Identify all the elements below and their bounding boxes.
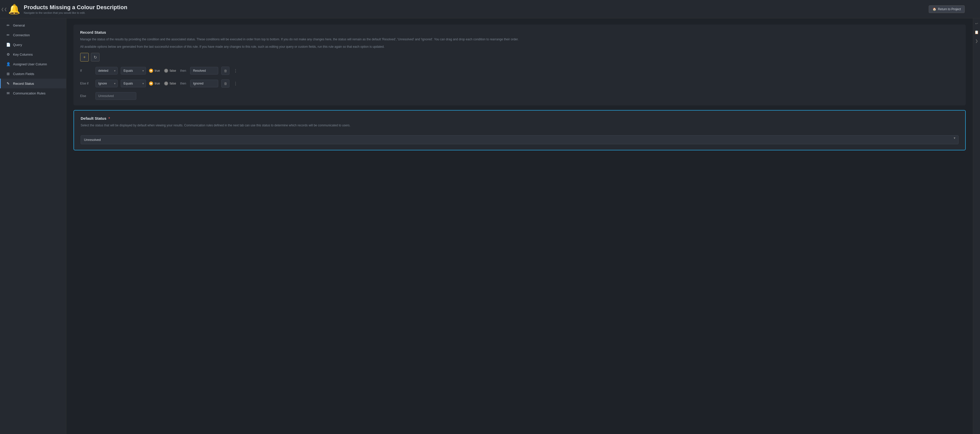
field-select-else-if[interactable]: Ignore deleted status category: [95, 80, 118, 87]
add-condition-button[interactable]: +: [80, 53, 89, 62]
else-row: Else: [80, 92, 959, 100]
false-radio-dot-if: [164, 69, 168, 73]
true-radio-if[interactable]: true: [149, 69, 160, 73]
condition-row-else-if: Else if Ignore deleted status category E…: [80, 80, 959, 88]
more-options-else-if-button[interactable]: ⋮: [232, 80, 239, 88]
default-status-select[interactable]: Unresolved Resolved Ignored: [81, 135, 959, 144]
sidebar-item-connection[interactable]: ✏ Connection: [0, 30, 66, 40]
operator-select-wrapper-else-if: Equals Not Equals Contains: [121, 80, 146, 87]
delete-condition-if-button[interactable]: 🗑: [221, 67, 229, 75]
operator-select-else-if[interactable]: Equals Not Equals Contains: [121, 80, 146, 87]
connection-icon: ✏: [6, 33, 11, 37]
notification-bell-icon: 🔔: [8, 4, 20, 14]
condition-toolbar: + ↻: [80, 53, 959, 62]
general-icon: ✏: [6, 23, 11, 27]
false-radio-label-else-if: false: [170, 82, 176, 85]
operator-select-if[interactable]: Equals Not Equals Contains: [121, 67, 146, 75]
key-columns-icon: ⚙: [6, 52, 11, 56]
assigned-user-icon: 👤: [6, 62, 11, 66]
true-radio-label-if: true: [155, 69, 160, 72]
else-label: Else: [80, 94, 92, 98]
then-label-if: then: [180, 69, 186, 72]
field-select-wrapper-else-if: Ignore deleted status category: [95, 80, 118, 87]
default-status-title: Default Status *: [81, 116, 959, 121]
true-radio-dot-if: [149, 69, 153, 73]
collapse-sidebar-icon[interactable]: ❮❮: [1, 7, 7, 11]
condition-type-if: If: [80, 69, 92, 72]
content-area: Record Status Manage the status of the r…: [66, 18, 973, 434]
refresh-conditions-button[interactable]: ↻: [91, 53, 100, 62]
else-value-input: [95, 92, 136, 100]
right-edge-panel: ↩ 📋 ❯: [973, 18, 980, 434]
sidebar-item-assigned-user-column[interactable]: 👤 Assigned User Column: [0, 59, 66, 69]
sidebar-item-communication-rules[interactable]: ✉ Communication Rules: [0, 88, 66, 98]
return-icon: 🏠: [932, 7, 936, 11]
query-icon: 📄: [6, 43, 11, 47]
return-to-project-button[interactable]: 🏠 Return to Project: [929, 5, 965, 13]
page-subtitle: Navigate to the section that you would l…: [24, 11, 127, 14]
communication-rules-icon: ✉: [6, 91, 11, 95]
condition-type-else-if: Else if: [80, 82, 92, 85]
false-radio-if[interactable]: false: [164, 69, 176, 73]
more-options-if-button[interactable]: ⋮: [232, 67, 239, 75]
page-title: Products Missing a Colour Description: [24, 4, 127, 11]
delete-condition-else-if-button[interactable]: 🗑: [221, 80, 229, 88]
chevron-right-icon[interactable]: ❯: [974, 38, 979, 44]
field-select-wrapper-if: deleted Ignore status category: [95, 67, 118, 75]
true-radio-else-if[interactable]: true: [149, 81, 160, 86]
operator-select-wrapper-if: Equals Not Equals Contains: [121, 67, 146, 75]
record-status-card: Record Status Manage the status of the r…: [73, 24, 966, 105]
default-status-card: Default Status * Select the status that …: [73, 110, 966, 150]
sidebar: ✏ General ✏ Connection 📄 Query ⚙ Key Col…: [0, 18, 66, 434]
condition-row-if: If deleted Ignore status category Equals…: [80, 67, 959, 75]
true-radio-label-else-if: true: [155, 82, 160, 85]
field-select-if[interactable]: deleted Ignore status category: [95, 67, 118, 75]
sidebar-item-key-columns[interactable]: ⚙ Key Columns: [0, 49, 66, 59]
record-status-desc2: All available options below are generate…: [80, 45, 959, 49]
default-status-select-wrapper: Unresolved Resolved Ignored: [81, 132, 959, 144]
value-radio-group-else-if: true false: [149, 81, 176, 86]
record-status-desc1: Manage the status of the results by prov…: [80, 37, 959, 42]
sidebar-item-custom-fields[interactable]: ⊞ Custom Fields: [0, 69, 66, 79]
note-icon[interactable]: 📋: [974, 29, 980, 35]
record-status-title: Record Status: [80, 30, 959, 35]
true-radio-dot-else-if: [149, 81, 153, 86]
result-input-else-if[interactable]: [190, 80, 218, 87]
sidebar-item-record-status[interactable]: ✎ Record Status: [0, 79, 66, 88]
default-status-desc: Select the status that will be displayed…: [81, 123, 959, 128]
custom-fields-icon: ⊞: [6, 72, 11, 76]
then-label-else-if: then: [180, 82, 186, 85]
false-radio-label-if: false: [170, 69, 176, 72]
record-status-icon: ✎: [6, 81, 11, 86]
false-radio-dot-else-if: [164, 81, 168, 86]
top-bar: ❮❮ 🔔 Products Missing a Colour Descripti…: [0, 0, 980, 18]
false-radio-else-if[interactable]: false: [164, 81, 176, 86]
sidebar-item-query[interactable]: 📄 Query: [0, 40, 66, 49]
back-arrow-icon[interactable]: ↩: [974, 21, 979, 27]
value-radio-group-if: true false: [149, 69, 176, 73]
sidebar-item-general[interactable]: ✏ General: [0, 21, 66, 30]
required-indicator: *: [108, 116, 110, 121]
result-input-if[interactable]: [190, 67, 218, 75]
